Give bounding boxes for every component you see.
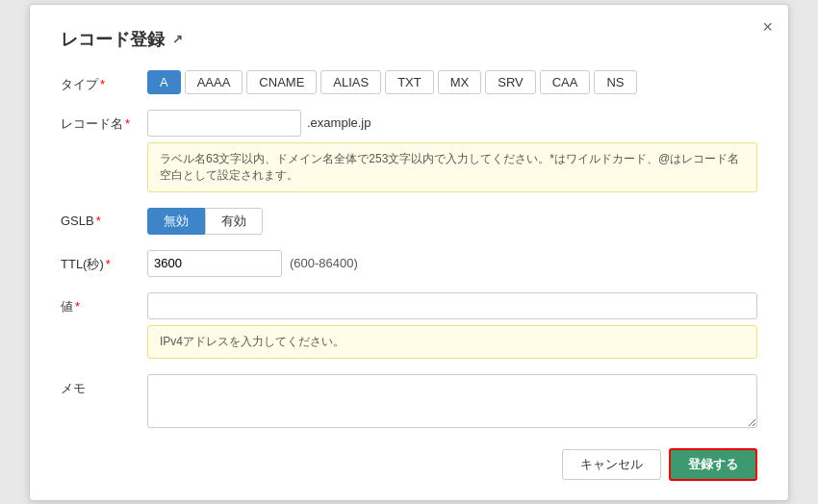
gslb-btn-無効[interactable]: 無効 [147, 208, 205, 235]
record-name-label: レコード名* [61, 110, 147, 133]
record-name-row: レコード名* .example.jp ラベル名63文字以内、ドメイン名全体で25… [61, 110, 757, 192]
dialog-footer: キャンセル 登録する [61, 448, 757, 481]
dialog-title: レコード登録 ↗ [61, 28, 757, 51]
type-btn-txt[interactable]: TXT [385, 70, 434, 94]
value-row: 値* IPv4アドレスを入力してください。 [61, 292, 757, 359]
close-button[interactable]: × [762, 18, 773, 36]
gslb-control: 無効有効 [147, 208, 757, 235]
ttl-row: TTL(秒)* (600-86400) [61, 250, 757, 277]
value-input[interactable] [147, 292, 757, 319]
type-btn-a[interactable]: A [147, 70, 181, 94]
type-row: タイプ* AAAAACNAMEALIASTXTMXSRVCAANS [61, 70, 757, 94]
memo-control [147, 374, 757, 431]
gslb-label: GSLB* [61, 208, 147, 228]
ttl-input[interactable] [147, 250, 282, 277]
type-btn-ns[interactable]: NS [594, 70, 636, 94]
value-label: 値* [61, 292, 147, 315]
domain-suffix: .example.jp [307, 115, 371, 130]
record-name-input[interactable] [147, 110, 301, 137]
type-btn-srv[interactable]: SRV [485, 70, 536, 94]
type-btn-cname[interactable]: CNAME [246, 70, 317, 94]
memo-textarea[interactable] [147, 374, 757, 428]
type-btn-aaaa[interactable]: AAAA [185, 70, 243, 94]
external-link-icon[interactable]: ↗ [172, 32, 183, 46]
gslb-btn-有効[interactable]: 有効 [205, 208, 263, 235]
gslb-buttons: 無効有効 [147, 208, 757, 235]
memo-row: メモ [61, 374, 757, 431]
type-btn-caa[interactable]: CAA [540, 70, 591, 94]
value-control: IPv4アドレスを入力してください。 [147, 292, 757, 359]
title-text: レコード登録 [61, 28, 165, 51]
submit-button[interactable]: 登録する [669, 448, 757, 481]
type-btn-mx[interactable]: MX [438, 70, 482, 94]
record-name-control: .example.jp ラベル名63文字以内、ドメイン名全体で253文字以内で入… [147, 110, 757, 192]
gslb-row: GSLB* 無効有効 [61, 208, 757, 235]
ttl-control: (600-86400) [147, 250, 757, 277]
ttl-hint: (600-86400) [290, 256, 358, 270]
type-btn-alias[interactable]: ALIAS [320, 70, 381, 94]
value-hint: IPv4アドレスを入力してください。 [147, 325, 757, 359]
type-control: AAAAACNAMEALIASTXTMXSRVCAANS [147, 70, 757, 94]
ttl-label: TTL(秒)* [61, 250, 147, 273]
memo-label: メモ [61, 374, 147, 397]
record-name-hint: ラベル名63文字以内、ドメイン名全体で253文字以内で入力してください。*はワイ… [147, 142, 757, 192]
type-buttons: AAAAACNAMEALIASTXTMXSRVCAANS [147, 70, 757, 94]
cancel-button[interactable]: キャンセル [562, 449, 661, 480]
record-registration-dialog: レコード登録 ↗ × タイプ* AAAAACNAMEALIASTXTMXSRVC… [29, 4, 789, 501]
type-label: タイプ* [61, 70, 147, 93]
